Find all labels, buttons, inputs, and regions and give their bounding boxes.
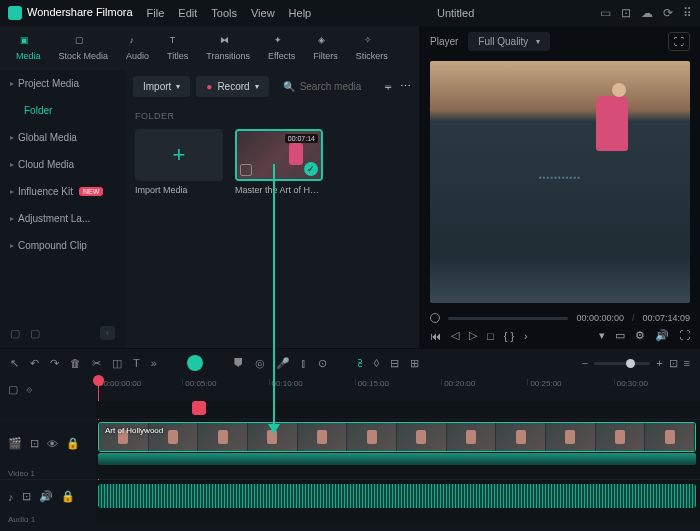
tab-effects[interactable]: ✦Effects <box>260 31 303 65</box>
new-folder-icon[interactable]: ▢ <box>30 327 40 340</box>
marker-button[interactable]: ▾ <box>599 329 605 342</box>
titlebar: Wondershare Filmora File Edit Tools View… <box>0 0 700 26</box>
zoom-out-icon[interactable]: − <box>582 357 588 369</box>
sidebar-global-media[interactable]: ▸Global Media <box>0 124 125 151</box>
compare-button[interactable]: ▭ <box>615 329 625 342</box>
grid-icon[interactable]: ⠿ <box>683 6 692 20</box>
screen-icon[interactable]: ⊡ <box>621 6 631 20</box>
track-add-icon[interactable]: ▢ <box>8 383 18 396</box>
stop-button[interactable]: □ <box>487 330 494 342</box>
import-button[interactable]: Import▾ <box>133 76 190 97</box>
mixer-icon[interactable]: ⫿ <box>301 357 307 369</box>
tab-stickers[interactable]: ✧Stickers <box>348 31 396 65</box>
main-menu: File Edit Tools View Help <box>147 7 312 19</box>
play-button[interactable]: ▷ <box>469 329 477 342</box>
snapshot-button[interactable]: ⛶ <box>668 32 690 51</box>
target-icon[interactable]: ◎ <box>255 357 265 370</box>
fullscreen-button[interactable]: ⛶ <box>679 329 690 342</box>
sidebar-project-media[interactable]: ▸Project Media <box>0 70 125 97</box>
pointer-tool[interactable]: ↖ <box>10 357 19 370</box>
video-clip[interactable]: Art of Hollywood <box>98 422 696 452</box>
track-lock-icon[interactable] <box>192 401 206 415</box>
help-icon[interactable]: ⟳ <box>663 6 673 20</box>
list-icon[interactable]: ≡ <box>684 357 690 369</box>
audio-track-icon[interactable]: ♪ <box>8 491 14 503</box>
zoom-in-icon[interactable]: + <box>656 357 662 369</box>
menu-tools[interactable]: Tools <box>211 7 237 19</box>
track-link-icon[interactable]: ⟐ <box>26 383 33 395</box>
video-track-icon[interactable]: 🎬 <box>8 437 22 450</box>
cloud-icon[interactable]: ☁ <box>641 6 653 20</box>
clip-waveform <box>98 453 696 465</box>
folder-heading: FOLDER <box>125 103 419 129</box>
redo-icon[interactable]: ↷ <box>50 357 59 370</box>
crop-icon[interactable]: ◫ <box>112 357 122 370</box>
new-bin-icon[interactable]: ▢ <box>10 327 20 340</box>
import-media-tile[interactable]: + Import Media <box>135 129 223 195</box>
sidebar-adjustment[interactable]: ▸Adjustment La... <box>0 205 125 232</box>
preview-panel: Player Full Quality▾ ⛶ ▪▪▪▪▪▪▪▪▪▪▪ 00:00… <box>420 26 700 348</box>
text-icon[interactable]: T <box>133 357 140 369</box>
group-icon[interactable]: ⊞ <box>410 357 419 370</box>
shield-icon[interactable]: ⛊ <box>233 357 244 369</box>
more-icon[interactable]: ⋯ <box>400 80 411 93</box>
delete-icon[interactable]: 🗑 <box>70 357 81 369</box>
video-track: 🎬 ⊡ 👁 🔒 Art of Hollywood <box>0 419 700 467</box>
forward-button[interactable]: › <box>524 330 528 342</box>
lock-icon[interactable]: 🔒 <box>61 490 75 503</box>
seek-handle[interactable] <box>430 313 440 323</box>
time-total: 00:07:14:09 <box>642 313 690 323</box>
snap-icon[interactable]: ⫔ <box>357 357 363 369</box>
more-tools-icon[interactable]: » <box>151 357 157 369</box>
sidebar-cloud-media[interactable]: ▸Cloud Media <box>0 151 125 178</box>
mute-icon[interactable]: 🔊 <box>39 490 53 503</box>
ai-tool-icon[interactable] <box>187 355 203 371</box>
quality-dropdown[interactable]: Full Quality▾ <box>468 32 550 51</box>
audio-clip[interactable] <box>98 484 696 508</box>
marker-tool-icon[interactable]: ◊ <box>374 357 379 369</box>
mic-icon[interactable]: 🎤 <box>276 357 290 370</box>
menu-edit[interactable]: Edit <box>178 7 197 19</box>
volume-button[interactable]: 🔊 <box>655 329 669 342</box>
tab-transitions[interactable]: ⧓Transitions <box>198 31 258 65</box>
tab-media[interactable]: ▣Media <box>8 31 49 65</box>
video-preview[interactable]: ▪▪▪▪▪▪▪▪▪▪▪ <box>430 61 690 303</box>
menu-help[interactable]: Help <box>289 7 312 19</box>
seek-bar[interactable] <box>448 317 568 320</box>
record-button[interactable]: ●Record▾ <box>196 76 268 97</box>
tab-stock[interactable]: ▢Stock Media <box>51 31 117 65</box>
prev-button[interactable]: ⏮ <box>430 330 441 342</box>
fit-icon[interactable]: ⊡ <box>669 357 678 370</box>
link-icon[interactable]: ⊟ <box>390 357 399 370</box>
time-current: 00:00:00:00 <box>576 313 624 323</box>
document-title: Untitled <box>325 7 586 19</box>
filter-icon[interactable]: ⫧ <box>383 81 394 93</box>
check-icon: ✓ <box>304 162 318 176</box>
visibility-icon[interactable]: 👁 <box>47 438 58 450</box>
speed-icon[interactable]: ⊙ <box>318 357 327 370</box>
media-clip-tile[interactable]: 00:07:14 ✓ Master the Art of Holl... <box>235 129 323 195</box>
sidebar-influence-kit[interactable]: ▸Influence KitNEW <box>0 178 125 205</box>
track-menu-icon[interactable]: ⊡ <box>22 490 31 503</box>
back-button[interactable]: ◁ <box>451 329 459 342</box>
sidebar-folder[interactable]: Folder <box>0 97 125 124</box>
player-label: Player <box>430 36 458 47</box>
tab-audio[interactable]: ♪Audio <box>118 31 157 65</box>
track-menu-icon[interactable]: ⊡ <box>30 437 39 450</box>
collapse-sidebar-icon[interactable]: ‹ <box>100 326 115 340</box>
tab-titles[interactable]: TTitles <box>159 31 196 65</box>
menu-file[interactable]: File <box>147 7 165 19</box>
cut-icon[interactable]: ✂ <box>92 357 101 370</box>
time-ruler[interactable]: 00:00:00:00 00:05:00 00:10:00 00:15:00 0… <box>96 377 700 401</box>
sidebar-compound[interactable]: ▸Compound Clip <box>0 232 125 259</box>
search-input[interactable]: 🔍 Search media <box>275 76 377 97</box>
settings-button[interactable]: ⚙ <box>635 329 645 342</box>
zoom-slider[interactable] <box>594 362 650 365</box>
layout-icon[interactable]: ▭ <box>600 6 611 20</box>
lock-icon[interactable]: 🔒 <box>66 437 80 450</box>
undo-icon[interactable]: ↶ <box>30 357 39 370</box>
menu-view[interactable]: View <box>251 7 275 19</box>
loop-button[interactable]: { } <box>504 330 514 342</box>
app-logo: Wondershare Filmora <box>8 6 133 20</box>
tab-filters[interactable]: ◈Filters <box>305 31 346 65</box>
